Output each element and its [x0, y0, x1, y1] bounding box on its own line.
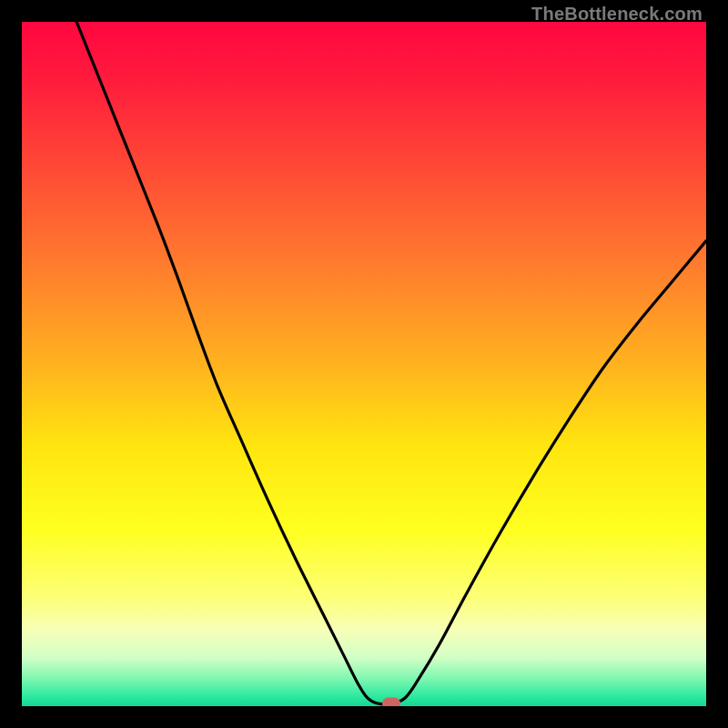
plot-area: [22, 22, 706, 706]
bottleneck-curve: [22, 22, 706, 706]
chart-frame: TheBottleneck.com: [0, 0, 728, 728]
minimum-marker-icon: [382, 697, 400, 706]
